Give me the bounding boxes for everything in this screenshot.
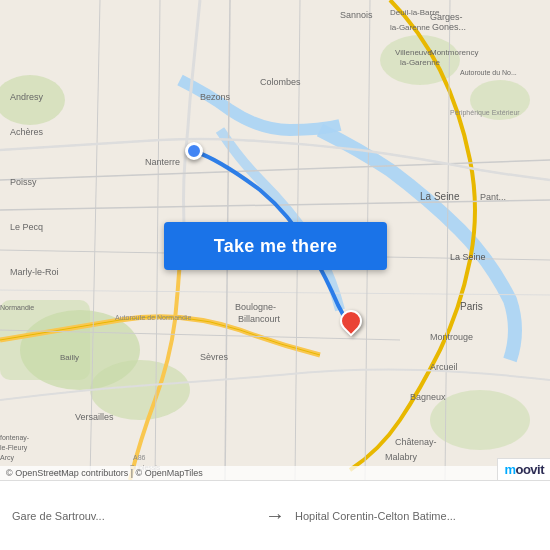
svg-text:Paris: Paris <box>460 301 483 312</box>
svg-text:Nanterre: Nanterre <box>145 157 180 167</box>
svg-text:Périphérique Extérieur: Périphérique Extérieur <box>450 109 520 117</box>
svg-text:Arcy: Arcy <box>0 454 15 462</box>
arrow-icon: → <box>255 504 295 527</box>
svg-text:Bailly: Bailly <box>60 353 79 362</box>
svg-text:Le Pecq: Le Pecq <box>10 222 43 232</box>
svg-text:Poissy: Poissy <box>10 177 37 187</box>
svg-text:la-Garenne: la-Garenne <box>400 58 441 67</box>
bottom-navigation-bar: Gare de Sartrouv... → Hopital Corentin-C… <box>0 480 550 550</box>
to-station-label: Hopital Corentin-Celton Batime... <box>295 510 538 522</box>
svg-text:La Seine: La Seine <box>420 191 460 202</box>
svg-text:Châtenay-: Châtenay- <box>395 437 437 447</box>
button-label: Take me there <box>214 236 338 257</box>
svg-text:A86: A86 <box>133 454 146 461</box>
moovit-m: m <box>504 462 515 477</box>
svg-text:Achères: Achères <box>10 127 44 137</box>
moovit-logo: moovit <box>497 458 550 480</box>
destination-marker <box>340 310 362 338</box>
svg-text:Billancourt: Billancourt <box>238 314 281 324</box>
svg-text:fontenay-: fontenay- <box>0 434 30 442</box>
svg-text:Arcueil: Arcueil <box>430 362 458 372</box>
svg-text:La Seine: La Seine <box>450 252 486 262</box>
attribution-text: © OpenStreetMap contributors | © OpenMap… <box>6 468 203 478</box>
svg-text:Villeneuve-: Villeneuve- <box>395 48 435 57</box>
svg-text:Montrouge: Montrouge <box>430 332 473 342</box>
svg-text:Andresy: Andresy <box>10 92 44 102</box>
svg-text:Garges-: Garges- <box>430 12 463 22</box>
take-me-there-button[interactable]: Take me there <box>164 222 387 270</box>
svg-text:Bagneux: Bagneux <box>410 392 446 402</box>
svg-text:le-Fleury: le-Fleury <box>0 444 28 452</box>
moovit-text: oovit <box>515 462 544 477</box>
svg-text:Montmorency: Montmorency <box>430 48 478 57</box>
svg-text:Boulogne-: Boulogne- <box>235 302 276 312</box>
svg-text:Pant...: Pant... <box>480 192 506 202</box>
from-label-container: Gare de Sartrouv... <box>12 510 255 522</box>
direction-arrow: → <box>265 504 285 526</box>
svg-text:Normandie: Normandie <box>0 304 34 311</box>
svg-point-2 <box>90 360 190 420</box>
to-label-container: Hopital Corentin-Celton Batime... <box>295 510 538 522</box>
svg-text:Gones...: Gones... <box>432 22 466 32</box>
attribution-bar: © OpenStreetMap contributors | © OpenMap… <box>0 466 550 480</box>
from-station-label: Gare de Sartrouv... <box>12 510 255 522</box>
origin-marker <box>185 142 203 160</box>
svg-text:Versailles: Versailles <box>75 412 114 422</box>
svg-text:Bezons: Bezons <box>200 92 231 102</box>
svg-text:Colombes: Colombes <box>260 77 301 87</box>
svg-text:Sannois: Sannois <box>340 10 373 20</box>
svg-text:Autoroute de Normandie: Autoroute de Normandie <box>115 314 191 321</box>
svg-text:Autoroute du No...: Autoroute du No... <box>460 69 517 76</box>
svg-text:Marly-le-Roi: Marly-le-Roi <box>10 267 59 277</box>
svg-text:la-Garenne: la-Garenne <box>390 23 431 32</box>
svg-text:Malabry: Malabry <box>385 452 418 462</box>
app-container: Andresy Achères Poissy Le Pecq Marly-le-… <box>0 0 550 550</box>
svg-text:Sèvres: Sèvres <box>200 352 229 362</box>
